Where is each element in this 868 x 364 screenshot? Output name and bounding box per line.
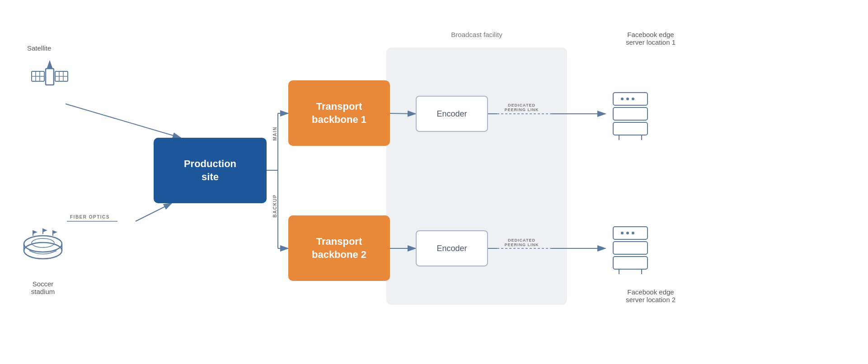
diagram: Satellite Soccerstadium FIBER OPTICS	[0, 0, 868, 364]
svg-point-42	[621, 98, 624, 100]
main-label: MAIN	[272, 126, 277, 141]
peering-label-1: DEDICATEDPEERING LINK	[491, 103, 552, 112]
stadium-label: Soccerstadium	[16, 280, 70, 295]
svg-rect-18	[46, 69, 54, 85]
fb-edge-server-1-label: Facebook edgeserver location 1	[610, 31, 691, 46]
svg-rect-41	[613, 122, 647, 135]
svg-rect-49	[613, 257, 647, 269]
svg-marker-38	[53, 230, 57, 234]
server-icon-1	[608, 88, 653, 144]
stadium-icon	[20, 226, 66, 268]
broadcast-facility-label: Broadcast facility	[386, 31, 567, 38]
svg-line-2	[66, 104, 181, 138]
svg-rect-47	[613, 227, 647, 239]
backup-label: BACKUP	[272, 194, 277, 218]
svg-rect-48	[613, 242, 647, 254]
fiber-optics-label: FIBER OPTICS	[70, 215, 110, 219]
production-site-box: Productionsite	[154, 138, 267, 203]
satellite-label: Satellite	[27, 44, 51, 52]
svg-point-52	[632, 232, 634, 234]
svg-point-50	[621, 232, 624, 234]
svg-point-51	[626, 232, 629, 234]
svg-point-44	[632, 98, 634, 100]
svg-marker-36	[43, 229, 47, 232]
transport-backbone-2-box: Transportbackbone 2	[288, 215, 390, 281]
peering-label-2: DEDICATEDPEERING LINK	[491, 238, 552, 247]
svg-rect-40	[613, 107, 647, 120]
encoder-2-box: Encoder	[416, 230, 488, 266]
fb-edge-server-2-label: Facebook edgeserver location 2	[610, 288, 691, 303]
svg-rect-39	[613, 93, 647, 105]
svg-marker-34	[33, 230, 38, 234]
server-icon-2	[608, 222, 653, 278]
transport-backbone-1-box: Transportbackbone 1	[288, 80, 390, 146]
svg-line-3	[136, 203, 172, 221]
svg-point-43	[626, 98, 629, 100]
satellite-icon	[29, 59, 70, 97]
encoder-1-box: Encoder	[416, 96, 488, 132]
